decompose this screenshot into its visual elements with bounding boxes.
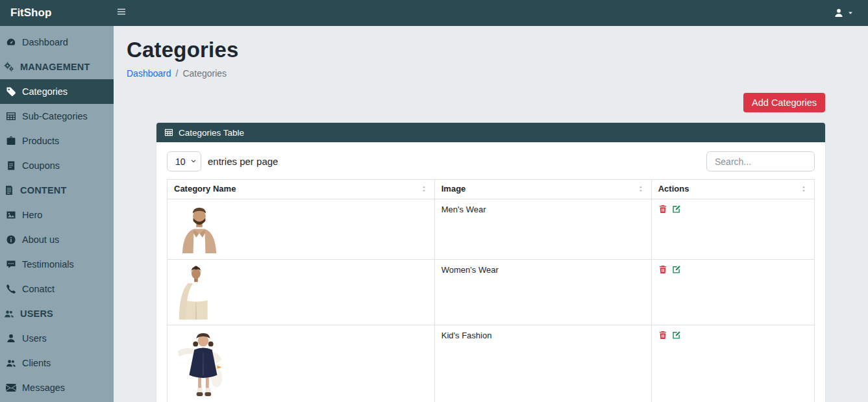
user-icon [6,333,16,344]
sidebar-item-hero[interactable]: Hero [0,203,114,227]
sidebar-item-products[interactable]: Products [0,129,114,153]
receipt-icon [6,160,16,171]
sidebar-item-label: Hero [22,210,42,220]
sidebar-item-label: Dashboard [22,37,68,47]
entries-control: 10 entries per page [167,151,278,171]
category-name-cell: Men's Wear [434,199,651,260]
edit-button[interactable] [672,205,681,214]
trash-icon [658,331,667,340]
entries-label: entries per page [208,156,278,167]
sidebar-item-clients[interactable]: Clients [0,351,114,375]
sidebar-toggle-button[interactable] [116,6,127,19]
card-body: 10 entries per page Category NameImageAc… [156,142,825,402]
hamburger-icon [116,6,127,19]
tag-icon [6,86,16,97]
table-body: Men's WearWomen's WearKid's Fashion [167,199,815,402]
users-icon [6,358,16,368]
envelope-icon [6,383,16,393]
sidebar-item-label: Products [22,136,59,146]
sidebar-item-label: Conatct [22,284,55,294]
sidebar-item-label: About us [22,234,59,245]
breadcrumb: Dashboard / Categories [127,68,855,79]
main-content: Categories Dashboard / Categories Add Ca… [114,26,868,402]
card-title: Categories Table [179,128,244,138]
user-menu[interactable] [834,8,868,18]
person-icon [834,8,844,18]
caret-down-icon [847,10,854,16]
image-icon [6,210,16,220]
sidebar-item-label: Testimonials [22,259,74,270]
tachometer-icon [6,37,16,47]
breadcrumb-separator: / [176,68,179,79]
category-image [174,331,231,398]
category-image [174,205,225,253]
sidebar-item-categories[interactable]: Categories [0,79,114,104]
edit-button[interactable] [672,331,681,340]
column-header-label: Image [441,184,466,194]
category-image [174,265,217,320]
sort-icon [800,184,808,194]
breadcrumb-dashboard-link[interactable]: Dashboard [127,68,171,79]
category-image-cell [167,199,435,260]
category-name-cell: Women's Wear [434,260,651,325]
actions-cell [651,325,814,402]
table-icon [164,128,173,137]
sidebar-item-label: Sub-Categories [22,111,88,121]
category-image-cell [167,260,435,325]
card-header: Categories Table [156,123,825,142]
sidebar-nav: DashboardMANAGEMENTCategoriesSub-Categor… [0,30,114,400]
sidebar-item-conatct[interactable]: Conatct [0,277,114,301]
category-name-cell: Kid's Fashion [434,325,651,402]
column-header-category-name[interactable]: Category Name [167,180,435,199]
sidebar-section-users: USERS [0,301,114,326]
sidebar-item-sub-categories[interactable]: Sub-Categories [0,104,114,129]
edit-icon [672,205,681,214]
sidebar-item-label: CONTENT [20,185,66,195]
users-icon [4,308,14,319]
delete-button[interactable] [658,331,667,340]
page-title: Categories [127,38,855,62]
sidebar-item-dashboard[interactable]: Dashboard [0,30,114,55]
brand-logo: FitShop [0,6,114,19]
sidebar-item-label: Messages [22,383,65,393]
entries-per-page-select[interactable]: 10 [167,151,201,171]
delete-button[interactable] [658,265,667,274]
sidebar-item-label: MANAGEMENT [20,62,90,72]
sidebar-section-content: CONTENT [0,178,114,203]
table-row-kid-s-fashion: Kid's Fashion [167,325,815,402]
sidebar-item-label: Coupons [22,160,60,171]
gears-icon [4,62,14,72]
sidebar-section-management: MANAGEMENT [0,55,114,79]
sidebar-item-label: Users [22,333,47,344]
column-header-label: Actions [658,184,689,194]
briefcase-icon [6,136,16,146]
file-icon [4,185,14,195]
sidebar-item-about-us[interactable]: About us [0,227,114,252]
column-header-actions[interactable]: Actions [651,180,814,199]
sidebar-item-users[interactable]: Users [0,326,114,351]
edit-button[interactable] [672,265,681,274]
column-header-image[interactable]: Image [434,180,651,199]
search-input[interactable] [706,151,815,171]
sidebar-item-coupons[interactable]: Coupons [0,153,114,178]
edit-icon [672,265,681,274]
sidebar-item-label: Categories [22,86,68,97]
trash-icon [658,265,667,274]
edit-icon [672,331,681,340]
trash-icon [658,205,667,214]
sidebar-item-testimonials[interactable]: Testimonials [0,252,114,277]
category-image-cell [167,325,435,402]
sidebar: DashboardMANAGEMENTCategoriesSub-Categor… [0,26,114,402]
info-icon [6,234,16,245]
categories-table: Category NameImageActions Men's WearWome… [167,179,815,402]
sidebar-item-label: Clients [22,358,51,368]
sidebar-item-label: USERS [20,308,53,319]
breadcrumb-current: Categories [182,68,227,79]
sort-icon [637,184,645,194]
actions-cell [651,260,814,325]
table-row-women-s-wear: Women's Wear [167,260,815,325]
delete-button[interactable] [658,205,667,214]
table-row-men-s-wear: Men's Wear [167,199,815,260]
sidebar-item-messages[interactable]: Messages [0,375,114,400]
add-categories-button[interactable]: Add Categories [743,93,825,112]
